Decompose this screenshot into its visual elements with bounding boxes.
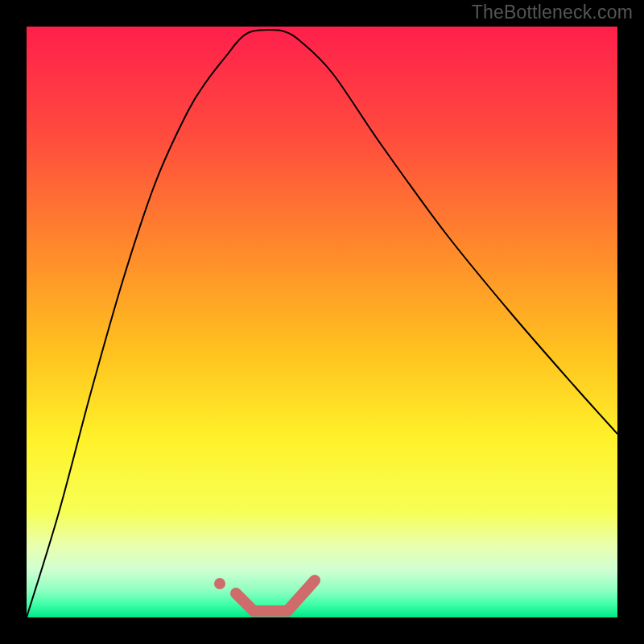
optimal-markers: [214, 578, 315, 611]
watermark-text: TheBottleneck.com: [472, 2, 633, 23]
plot-area: [27, 27, 617, 617]
svg-point-1: [214, 578, 225, 589]
svg-line-4: [287, 580, 315, 611]
curve-overlay: [27, 27, 617, 617]
chart-frame: TheBottleneck.com: [0, 0, 644, 644]
bottleneck-curve: [27, 30, 617, 617]
